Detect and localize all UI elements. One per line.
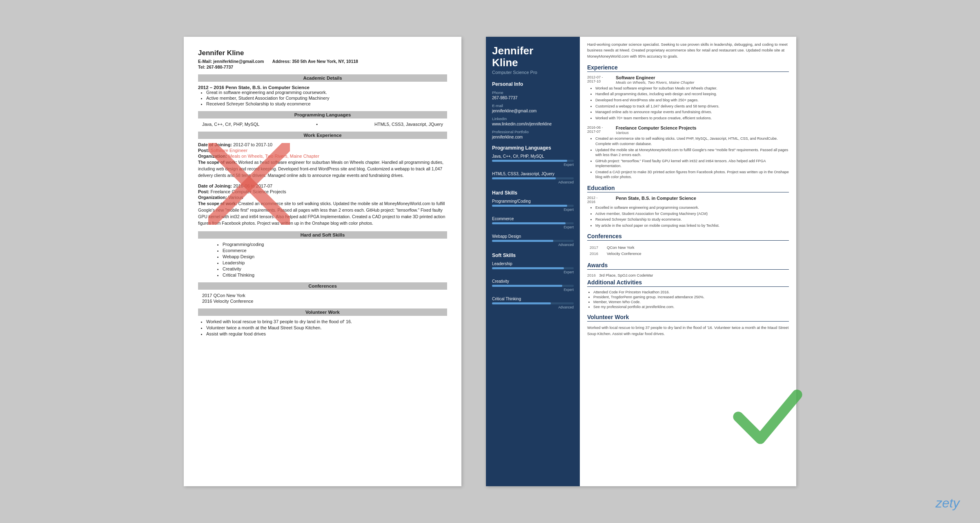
right-sidebar: Jennifer Kline Computer Science Pro Pers… (486, 37, 580, 486)
prog-lang-left: Java, C++, C#, PHP, MySQL (202, 122, 259, 127)
work-post-label-2: Post: (198, 189, 209, 194)
skill-bar-bg (492, 205, 574, 207)
edu-bullet-3: Received Schreyer Scholarship to study e… (206, 101, 447, 106)
exp-title: Software Engineer (616, 75, 695, 80)
skill-bar-name: Leadership (492, 262, 574, 266)
skill-bar-name: Webapp Design (492, 234, 574, 239)
skill-level: Expert (492, 163, 574, 167)
exp-entry: 2016-06 - 2017-07 Freelance Computer Sci… (587, 125, 789, 180)
skill-bar-name: Java, C++, C#, PHP, MySQL (492, 154, 574, 159)
edu-bullet-2: Active member, Student Association for C… (206, 96, 447, 101)
exp-bullet: Received Schreyer Scholarship to study e… (595, 217, 789, 222)
skill-level: Advanced (492, 305, 574, 309)
soft-skills-title: Soft Skills (492, 253, 574, 258)
address-label: Address: (272, 59, 291, 64)
work-org-line-2: Organization: Various (198, 195, 447, 200)
conf-header: Conferences (198, 282, 447, 290)
skill-bar-name: Programming/Coding (492, 199, 574, 203)
conf-row: 2016Velocity Conference (588, 251, 788, 256)
skill-bar-bg (492, 240, 574, 242)
skill-bar-fill (492, 205, 567, 207)
work-date-line-2: Date of Joining: 2016-06 to 2017-07 (198, 183, 447, 188)
exp-bullet: Created a CAD project to make 3D printed… (595, 170, 789, 180)
work-date-label-2: Date of Joining: (198, 183, 232, 188)
skill-bar-item: Java, C++, C#, PHP, MySQL Expert (492, 154, 574, 167)
prog-lang-title: Programming Languages (492, 145, 574, 151)
exp-title: Penn State, B.S. in Computer Science (616, 196, 696, 201)
conf-row: 2017QCon New York (588, 245, 788, 250)
education-title: Education (587, 185, 789, 192)
soft-skills-bars: Leadership Expert Creativity Expert Crit… (492, 262, 574, 309)
exp-entry: 2012 - 2016 Penn State, B.S. in Computer… (587, 196, 789, 228)
linkedin-value: www.linkedin.com/in/jenniferkline (492, 122, 574, 126)
left-resume: Jennifer Kline E-Mail: jenniferkline@gma… (184, 37, 461, 486)
skill-level: Expert (492, 225, 574, 229)
vol-1: Worked with local rescue to bring 37 peo… (206, 319, 447, 324)
work-post-line-2: Post: Freelance Computer Science Project… (198, 189, 447, 194)
right-resume: Jennifer Kline Computer Science Pro Pers… (486, 37, 796, 486)
hard-skills-title: Hard Skills (492, 190, 574, 196)
conf-year: 2016 (588, 251, 604, 256)
skill-bar-item: Leadership Expert (492, 262, 574, 274)
exp-entry: 2012-07 - 2017-10 Software Engineer Meal… (587, 75, 789, 121)
work-org-line-1: Organization: Meals on Wheels, Two River… (198, 154, 447, 159)
education-entry: 2012 – 2016 Penn State, B.S. in Computer… (198, 85, 447, 106)
conf-name: QCon New York (605, 245, 788, 250)
programming-header: Programming Languages (198, 111, 447, 118)
skill-bar-name: Critical Thinking (492, 297, 574, 301)
skill-bar-bg (492, 160, 574, 162)
left-tel-line: Tel: 267-980-7737 (198, 65, 447, 69)
work-scope-1: The scope of work: Worked as head softwa… (198, 159, 447, 179)
volunteer-title: Volunteer Work (587, 314, 789, 322)
conferences-title: Conferences (587, 233, 789, 241)
skill-bar-item: Webapp Design Advanced (492, 234, 574, 247)
work-post-1: Software Engineer (211, 148, 248, 153)
skill-bar-fill (492, 285, 562, 287)
skills-header: Hard and Soft Skills (198, 231, 447, 239)
exp-header: 2012 - 2016 Penn State, B.S. in Computer… (587, 196, 789, 204)
awards-title: Awards (587, 262, 789, 270)
awards-entries: 20163rd Place, SpOJ.com CodeWar (587, 273, 789, 277)
skill-bar-fill (492, 267, 564, 269)
exp-date: 2016-06 - 2017-07 (587, 125, 612, 135)
edu-bullet-1: Great in software engineering and progra… (206, 90, 447, 95)
left-address: 350 5th Ave New York, NY, 10118 (292, 59, 358, 64)
email-label: E-Mail: (198, 59, 212, 64)
linkedin-label: LinkedIn (492, 116, 574, 121)
skill-bar-name: HTML5, CSS3, Javascript, JQuery (492, 172, 574, 176)
experience-title: Experience (587, 64, 789, 72)
left-email-line: E-Mail: jenniferkline@gmail.com Address:… (198, 59, 447, 64)
right-name: Jennifer Kline (492, 45, 574, 68)
award-name: 3rd Place, SpOJ.com CodeWar (599, 273, 653, 277)
skill-bar-fill (492, 240, 553, 242)
portfolio-label: Professional Portfolio (492, 130, 574, 134)
work-scope-2: The scope of work: Created an ecommerce … (198, 201, 447, 226)
work-scope-label-2: The scope of work: (198, 201, 237, 206)
conf-1: 2017 QCon New York (202, 293, 447, 298)
exp-bullet: Developed front-end WordPress site and b… (595, 98, 789, 103)
skill-level: Advanced (492, 180, 574, 184)
volunteer-text: Worked with local rescue to bring 37 peo… (587, 325, 789, 337)
right-title: Computer Science Pro (492, 70, 574, 75)
prog-lang-row: Java, C++, C#, PHP, MySQL • HTML5, CSS3,… (198, 122, 447, 127)
exp-bullets: Worked as head software engineer for sub… (595, 86, 789, 121)
vol-3: Assist with regular food drives (206, 331, 447, 336)
work-date-1: 2012-07 to 2017-10 (233, 142, 272, 147)
exp-bullet: Worked with 70+ team members to produce … (595, 116, 789, 121)
skill-bar-item: Creativity Expert (492, 279, 574, 292)
exp-bullet: Created an ecommerce site to sell walkin… (595, 136, 789, 146)
skill-bar-fill (492, 222, 566, 224)
volunteer-list: Worked with local rescue to bring 37 peo… (206, 319, 447, 336)
work-post-2: Freelance Computer Science Projects (211, 189, 286, 194)
work-org-1: Meals on Wheels, Two Rivers, Maine Chapt… (228, 154, 319, 159)
work-entry-1: Date of Joining: 2012-07 to 2017-10 Post… (198, 142, 447, 179)
experience-entries: 2012-07 - 2017-10 Software Engineer Meal… (587, 75, 789, 180)
exp-bullet: GitHub project: "tensorflow." Fixed faul… (595, 159, 789, 169)
skill-bar-item: Ecommerce Expert (492, 217, 574, 229)
additional-bullet: President, TrogdorPenn gaming group. Inc… (593, 295, 789, 299)
vol-header: Volunteer Work (198, 308, 447, 316)
additional-bullet: Member, Women Who Code. (593, 300, 789, 304)
skill-bar-fill (492, 302, 551, 304)
skill-bar-bg (492, 285, 574, 287)
exp-bullet: Active member, Student Association for C… (595, 211, 789, 217)
